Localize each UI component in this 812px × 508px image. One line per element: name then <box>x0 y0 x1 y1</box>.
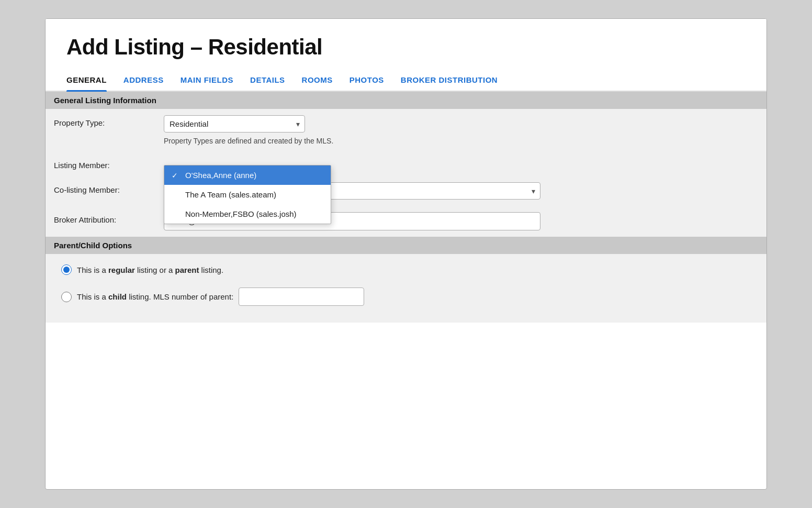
property-type-control: Residential Property Types are defined a… <box>164 115 758 145</box>
parent-child-section-header: Parent/Child Options <box>46 237 766 254</box>
tab-bar: GENERAL ADDRESS MAIN FIELDS DETAILS ROOM… <box>46 70 766 92</box>
dropdown-item-fsbo[interactable]: Non-Member,FSBO (sales.josh) <box>164 204 331 224</box>
property-type-select[interactable]: Residential <box>164 115 305 132</box>
tab-broker-distribution[interactable]: BROKER DISTRIBUTION <box>401 70 498 91</box>
dropdown-item-ateam[interactable]: The A Team (sales.ateam) <box>164 185 331 204</box>
radio-child[interactable] <box>61 292 72 302</box>
tab-details[interactable]: DETAILS <box>250 70 285 91</box>
property-type-row: Property Type: Residential Property Type… <box>46 109 766 151</box>
dropdown-item-label: The A Team (sales.ateam) <box>185 190 276 199</box>
radio-row-regular: This is a regular listing or a parent li… <box>46 258 766 281</box>
radio-row-child: This is a child listing. MLS number of p… <box>46 281 766 312</box>
broker-attribution-row: Broker Attribution: <box>46 206 766 237</box>
listing-member-control: ✓ O'Shea,Anne (anne) The A Team (sales.a… <box>164 158 758 167</box>
tab-general[interactable]: GENERAL <box>66 70 107 91</box>
tab-address[interactable]: ADDRESS <box>123 70 164 91</box>
general-section-header: General Listing Information <box>46 92 766 109</box>
tab-photos[interactable]: PHOTOS <box>349 70 384 91</box>
tab-rooms[interactable]: ROOMS <box>302 70 333 91</box>
page-container: Add Listing – Residential GENERAL ADDRES… <box>45 18 767 490</box>
check-icon: ✓ <box>172 171 178 180</box>
tab-main-fields[interactable]: MAIN FIELDS <box>181 70 233 91</box>
listing-member-dropdown-menu: ✓ O'Shea,Anne (anne) The A Team (sales.a… <box>164 165 331 224</box>
page-title: Add Listing – Residential <box>66 35 746 60</box>
property-type-label: Property Type: <box>54 115 153 127</box>
listing-member-row: Listing Member: ✓ O'Shea,Anne (anne) The… <box>46 151 766 176</box>
property-type-select-wrapper: Residential <box>164 115 305 132</box>
listing-member-label: Listing Member: <box>54 158 153 170</box>
broker-attribution-label: Broker Attribution: <box>54 212 153 224</box>
page-header: Add Listing – Residential <box>46 19 766 70</box>
radio-regular-label: This is a regular listing or a parent li… <box>77 266 223 274</box>
radio-regular[interactable] <box>61 264 72 275</box>
property-type-hint: Property Types are defined and created b… <box>164 137 758 145</box>
dropdown-item-oshea[interactable]: ✓ O'Shea,Anne (anne) <box>164 165 331 185</box>
radio-child-label: This is a child listing. MLS number of p… <box>77 292 233 301</box>
mls-parent-number-input[interactable] <box>239 288 364 306</box>
dropdown-item-label: O'Shea,Anne (anne) <box>185 171 256 180</box>
content-area: General Listing Information Property Typ… <box>46 92 766 323</box>
co-listing-row: Co-listing Member: <box>46 176 766 206</box>
co-listing-label: Co-listing Member: <box>54 182 153 194</box>
dropdown-item-label: Non-Member,FSBO (sales.josh) <box>185 209 297 218</box>
parent-child-section: This is a regular listing or a parent li… <box>46 254 766 323</box>
